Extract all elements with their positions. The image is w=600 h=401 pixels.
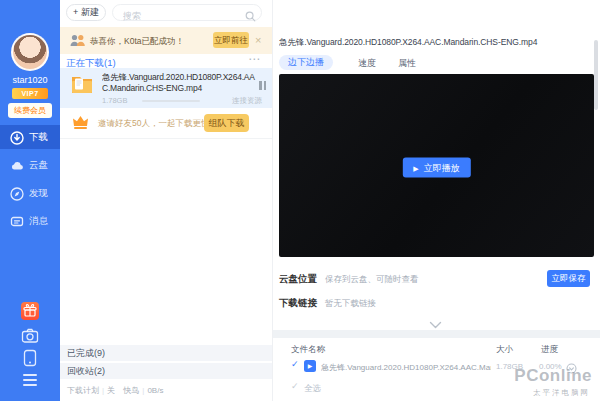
status-bar: 下载计划|关 快鸟|0B/s [67,385,163,396]
watermark-logo: PConline [514,366,592,386]
play-now-button[interactable]: ▶立即播放 [402,157,470,177]
play-icon: ▶ [413,164,418,171]
video-preview: ▶立即播放 [279,74,594,257]
download-list-panel: + 新建 恭喜你，K0ta已配成功！ 立即前往 × 正在下载(1) ⋯ 急先锋.… [60,0,272,401]
completed-section[interactable]: 已完成(9) [60,345,272,361]
username: star1020 [0,75,60,85]
speed-label[interactable]: 快鸟 [123,386,139,395]
download-icon [10,130,24,144]
folder-icon [70,73,94,95]
sidebar-item-label: 下载 [29,125,48,149]
close-icon[interactable]: × [255,33,261,47]
cloud-location-desc: 保存到云盘、可随时查看 [325,274,419,286]
search-box [112,4,262,21]
vip-badge: VIP7 [12,88,48,99]
save-now-button[interactable]: 立即保存 [547,270,590,287]
plan-label[interactable]: 下载计划 [67,386,99,395]
download-link-desc: 暂无下载链接 [325,298,376,310]
cloud-icon [10,158,24,172]
banner-action-button[interactable]: 立即前往 [213,32,249,48]
more-icon[interactable]: ⋯ [248,52,260,66]
column-header-progress: 进度 [541,344,558,356]
task-size: 1.78GB [102,96,127,105]
compass-icon [10,186,24,200]
download-link-label: 下载链接 [279,297,317,310]
task-filename: 急先锋.Vanguard.2020.HD1080P.X264.AAC.Manda… [102,72,256,95]
chevron-down-icon[interactable] [429,315,442,323]
checkbox-checked-icon[interactable]: ✓ [291,359,299,369]
plus-icon: + [73,7,78,17]
search-input[interactable] [121,9,245,24]
task-detail-panel: 急先锋.Vanguard.2020.HD1080P.X264.AAC.Manda… [272,0,600,401]
watermark-text: 太平洋电脑网 [533,388,590,398]
select-all-checkbox[interactable]: ✓ [291,381,299,391]
match-avatars-icon [69,33,86,48]
column-header-size: 大小 [496,344,513,356]
file-name: 急先锋.Vanguard.2020.HD1080P.X264.AAC.Manda… [321,362,491,373]
camera-icon[interactable] [21,327,39,345]
mobile-icon[interactable] [23,349,41,367]
promo-text: 邀请好友50人，一起下载更快乐 [98,118,218,130]
sidebar: star1020 VIP7 续费会员 下载 云盘 发现 消息 [0,0,60,401]
section-divider [273,330,600,338]
cloud-location-label: 云盘位置 [279,273,317,286]
divider [60,138,272,139]
team-promo-row: 邀请好友50人，一起下载更快乐 组队下载 [60,108,272,138]
avatar[interactable] [11,33,49,71]
select-all-label: 全选 [304,383,321,395]
sidebar-item-messages[interactable]: 消息 [0,209,60,233]
pause-icon[interactable] [259,76,268,94]
gift-promo-icon[interactable] [21,302,39,320]
task-status: 连接资源 [232,96,262,106]
banner-text: 恭喜你，K0ta已配成功！ [90,36,184,48]
file-play-icon[interactable]: ▶ [304,360,316,372]
team-download-button[interactable]: 组队下载 [204,114,249,132]
notification-banner: 恭喜你，K0ta已配成功！ 立即前往 × [60,27,272,54]
menu-icon[interactable] [21,374,39,392]
tab-speed[interactable]: 速度 [358,57,376,70]
tab-play-while-downloading[interactable]: 边下边播 [279,55,333,70]
app-window: star1020 VIP7 续费会员 下载 云盘 发现 消息 [0,0,600,401]
sidebar-item-label: 云盘 [29,153,48,177]
renew-membership-button[interactable]: 续费会员 [8,103,52,118]
sidebar-item-label: 消息 [29,209,48,233]
recycle-bin-section[interactable]: 回收站(2) [60,363,272,379]
search-icon[interactable] [245,8,256,19]
sidebar-item-label: 发现 [29,181,48,205]
tab-properties[interactable]: 属性 [398,57,416,70]
speed-value: 0B/s [147,386,163,395]
message-icon [10,214,24,228]
task-progress-bar [142,100,200,102]
new-task-button[interactable]: + 新建 [66,4,106,21]
download-task-card[interactable]: 急先锋.Vanguard.2020.HD1080P.X264.AAC.Manda… [60,68,272,108]
sidebar-item-download[interactable]: 下载 [0,125,60,149]
sidebar-item-cloud[interactable]: 云盘 [0,153,60,177]
sidebar-item-discover[interactable]: 发现 [0,181,60,205]
column-header-name: 文件名称 [291,344,325,356]
scrollbar-thumb[interactable] [594,40,598,110]
plan-value: 关 [107,386,115,395]
detail-title: 急先锋.Vanguard.2020.HD1080P.X264.AAC.Manda… [279,37,579,49]
crown-icon [72,115,89,130]
